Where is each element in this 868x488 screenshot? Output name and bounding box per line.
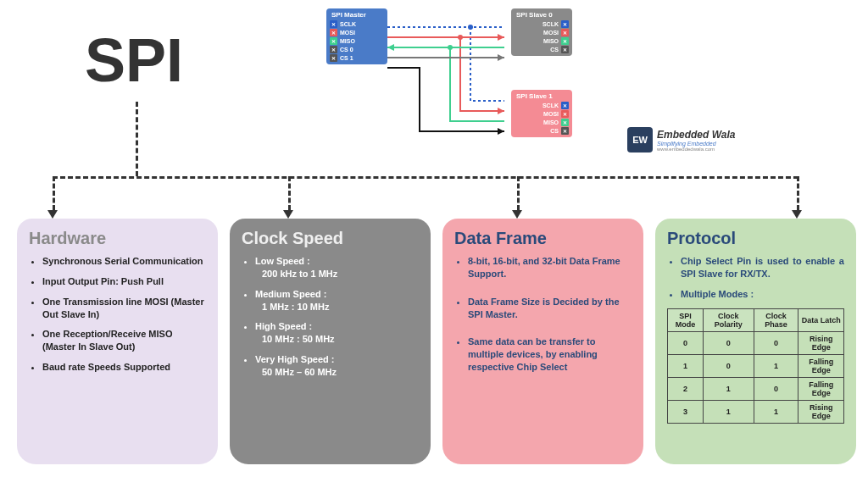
pin-mosi: ✕MOSI [515,110,569,118]
table-cell: 1 [704,400,754,423]
pin-box-icon: ✕ [561,29,569,36]
cards-row: Hardware Synchronous Serial Communicatio… [17,219,856,464]
spi-slave1-block: SPI Slave 1 ✕SCLK✕MOSI✕MISO✕CS [511,90,572,137]
pin-label: MISO [543,119,559,125]
page-title: SPI [85,25,183,95]
clock-speed-card: Clock Speed Low Speed :200 kHz to 1 MHzM… [230,219,431,464]
table-cell: 1 [754,400,798,423]
arrow-down-icon [512,210,522,219]
connector-line [797,176,799,210]
pin-sclk: ✕SCLK [515,102,569,109]
table-row: 000Rising Edge [668,331,844,354]
svg-marker-7 [498,128,504,135]
pin-label: CS [550,128,559,134]
pin-label: MOSI [543,30,559,36]
list-item: Synchronous Serial Communication [42,255,206,268]
brand-url: www.embeddedwala.com [657,147,735,152]
data-frame-card: Data Frame 8-bit, 16-bit, and 32-bit Dat… [442,219,643,464]
list-item: Data Frame Size is Decided by the SPI Ma… [468,296,632,321]
connector-line [53,176,55,210]
svg-marker-4 [387,44,394,51]
clock-speed-title: Clock Speed [242,229,419,248]
pin-box-icon: ✕ [330,20,337,28]
list-item: Multiple Modes : [681,288,844,301]
brand-chip-icon: EW [627,127,653,152]
svg-marker-3 [498,108,504,114]
table-cell: 0 [754,331,798,354]
pin-sclk: ✕SCLK [515,20,569,28]
table-cell: 3 [668,400,704,423]
pin-label: MISO [543,38,559,44]
arrow-down-icon [47,210,58,219]
list-item: Very High Speed :50 MHz – 60 MHz [255,353,419,379]
table-cell: 0 [704,354,754,377]
list-item: Baud rate Speeds Supported [42,361,206,374]
pin-cs: ✕CS [515,127,569,135]
pin-label: MOSI [543,111,559,117]
data-frame-title: Data Frame [454,229,632,248]
table-header: Data Latch [798,308,844,331]
brand-name: Embedded Wala [657,129,735,141]
data-frame-list: 8-bit, 16-bit, and 32-bit Data Frame Sup… [454,255,632,374]
pin-label: MOSI [340,30,355,36]
connector-line [136,102,138,176]
arrow-down-icon [283,210,293,219]
pin-label: SCLK [542,103,559,108]
table-row: 210Falling Edge [668,377,844,400]
pin-box-icon: ✕ [561,20,569,28]
table-cell: Rising Edge [798,400,844,423]
list-item: One Transmission line MOSI (Master Out S… [42,296,206,321]
hardware-card: Hardware Synchronous Serial Communicatio… [17,219,218,464]
hardware-title: Hardware [29,229,206,248]
protocol-list: Chip Select Pin is used to enable a SPI … [667,255,844,301]
table-cell: 1 [668,354,704,377]
pin-box-icon: ✕ [330,54,337,62]
table-row: 311Rising Edge [668,400,844,423]
table-cell: 2 [668,377,704,400]
list-item: High Speed :10 MHz : 50 MHz [255,320,419,346]
protocol-card: Protocol Chip Select Pin is used to enab… [655,219,856,464]
pin-label: CS 1 [340,55,353,61]
brand-tagline: Simplifying Embedded [657,141,735,147]
list-item: Medium Speed :1 MHz : 10 MHz [255,288,419,313]
table-cell: 0 [704,331,754,354]
list-item: Low Speed :200 kHz to 1 MHz [255,255,419,280]
svg-marker-1 [498,34,504,41]
clock-speed-list: Low Speed :200 kHz to 1 MHzMedium Speed … [242,255,419,379]
table-header: Clock Polarity [704,308,754,331]
table-cell: 1 [754,354,798,377]
pin-box-icon: ✕ [561,127,569,135]
list-item: Input Output Pin: Push Pull [42,275,206,288]
pin-box-icon: ✕ [561,119,569,126]
pin-cs0: ✕CS 0 [330,46,384,53]
connector-line [288,176,291,210]
spi-slave0-block: SPI Slave 0 ✕SCLK✕MOSI✕MISO✕CS [511,8,572,56]
pin-sclk: ✕SCLK [330,20,384,28]
pin-mosi: ✕MOSI [515,29,569,36]
list-item: One Reception/Receive MISO (Master In Sl… [42,328,206,353]
pin-cs: ✕CS [515,46,569,53]
arrow-down-icon [792,210,802,219]
pin-miso: ✕MISO [330,37,384,45]
spi-slave1-title: SPI Slave 1 [515,92,569,101]
pin-label: CS 0 [340,47,353,53]
list-item: Chip Select Pin is used to enable a SPI … [681,255,844,280]
protocol-title: Protocol [667,229,844,248]
list-item: Same data can be transfer to multiple de… [468,336,632,374]
pin-label: SCLK [542,21,559,27]
brand-logo: EW Embedded Wala Simplifying Embedded ww… [627,127,735,152]
pin-label: CS [550,47,559,53]
list-item: 8-bit, 16-bit, and 32-bit Data Frame Sup… [468,255,632,280]
table-cell: Rising Edge [798,331,844,354]
pin-miso: ✕MISO [515,119,569,126]
table-cell: Falling Edge [798,354,844,377]
pin-mosi: ✕MOSI [330,29,384,36]
pin-box-icon: ✕ [561,102,569,109]
table-cell: Falling Edge [798,377,844,400]
pin-box-icon: ✕ [561,110,569,118]
table-header: Clock Phase [754,308,798,331]
pin-label: SCLK [340,21,356,27]
table-cell: 0 [668,331,704,354]
pin-label: MISO [340,38,355,44]
connector-line [53,176,798,179]
